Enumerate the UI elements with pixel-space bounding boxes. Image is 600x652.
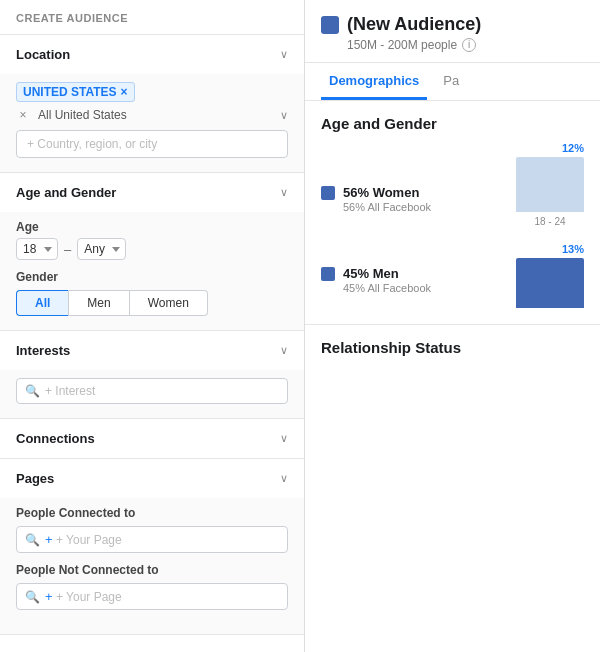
gender-all-button[interactable]: All bbox=[16, 290, 68, 316]
people-not-connected-input[interactable]: 🔍 + + Your Page bbox=[16, 583, 288, 610]
pages-chevron-icon: ∨ bbox=[280, 472, 288, 485]
interests-section-title: Interests bbox=[16, 343, 70, 358]
connected-search-icon: 🔍 bbox=[25, 533, 40, 547]
gender-women-button[interactable]: Women bbox=[130, 290, 208, 316]
gender-label: Gender bbox=[16, 270, 288, 284]
location-section-header[interactable]: Location ∨ bbox=[0, 35, 304, 74]
location-section-title: Location bbox=[16, 47, 70, 62]
audience-title: (New Audience) bbox=[321, 14, 584, 35]
location-tag-text: UNITED STATES bbox=[23, 85, 117, 99]
men-legend-text: 45% Men 45% All Facebook bbox=[343, 266, 431, 294]
interests-section-body: 🔍 + Interest bbox=[0, 370, 304, 418]
interest-placeholder: + Interest bbox=[45, 384, 95, 398]
men-legend-main: 45% Men bbox=[343, 266, 431, 281]
men-legend-item: 45% Men 45% All Facebook bbox=[321, 266, 506, 294]
right-panel: (New Audience) 150M - 200M people i Demo… bbox=[305, 0, 600, 652]
audience-icon bbox=[321, 16, 339, 34]
location-section-body: UNITED STATES × × All United States ∨ bbox=[0, 74, 304, 172]
men-legend-color bbox=[321, 267, 335, 281]
women-bar-col: 12% 18 - 24 bbox=[516, 142, 584, 227]
pages-section-body: People Connected to 🔍 + + Your Page Peop… bbox=[0, 498, 304, 634]
pages-section-title: Pages bbox=[16, 471, 54, 486]
location-tag[interactable]: UNITED STATES × bbox=[16, 82, 135, 102]
age-max-select[interactable]: Any 24 34 44 54 65+ bbox=[77, 238, 126, 260]
age-gender-chart-title: Age and Gender bbox=[305, 101, 600, 142]
tab-page[interactable]: Pa bbox=[443, 63, 459, 100]
audience-header: (New Audience) 150M - 200M people i bbox=[305, 0, 600, 63]
audience-size: 150M - 200M people i bbox=[347, 38, 584, 52]
location-section: Location ∨ UNITED STATES × × All United … bbox=[0, 35, 304, 173]
not-connected-search-icon: 🔍 bbox=[25, 590, 40, 604]
women-legend-sub: 56% All Facebook bbox=[343, 201, 431, 213]
not-connected-plus: + bbox=[45, 589, 53, 604]
interests-section: Interests ∨ 🔍 + Interest bbox=[0, 331, 304, 419]
location-type-chevron-icon[interactable]: ∨ bbox=[280, 109, 288, 122]
age-dash: – bbox=[64, 242, 71, 257]
men-bar-percent-label: 13% bbox=[562, 243, 584, 255]
men-bar bbox=[516, 258, 584, 308]
age-gender-section: Age and Gender ∨ Age 18 21 25 – Any 24 3… bbox=[0, 173, 304, 331]
left-panel: Create Audience Location ∨ UNITED STATES… bbox=[0, 0, 305, 652]
interests-chevron-icon: ∨ bbox=[280, 344, 288, 357]
relationship-status-title: Relationship Status bbox=[305, 325, 600, 360]
men-legend-sub: 45% All Facebook bbox=[343, 282, 431, 294]
age-gender-chevron-icon: ∨ bbox=[280, 186, 288, 199]
men-bar-col: 13% bbox=[516, 243, 584, 308]
interests-section-header[interactable]: Interests ∨ bbox=[0, 331, 304, 370]
not-connected-page-text: + Your Page bbox=[56, 590, 122, 604]
pages-section-header[interactable]: Pages ∨ bbox=[0, 459, 304, 498]
age-min-select[interactable]: 18 21 25 bbox=[16, 238, 58, 260]
location-chevron-icon: ∨ bbox=[280, 48, 288, 61]
women-bar-percent-label: 12% bbox=[562, 142, 584, 154]
location-type-row: × All United States ∨ bbox=[16, 108, 288, 122]
location-type-remove-icon[interactable]: × bbox=[16, 108, 30, 122]
tab-demographics[interactable]: Demographics bbox=[321, 63, 427, 100]
location-remove-icon[interactable]: × bbox=[121, 85, 128, 99]
interest-search-icon: 🔍 bbox=[25, 384, 40, 398]
connections-chevron-icon: ∨ bbox=[280, 432, 288, 445]
men-legend: 45% Men 45% All Facebook bbox=[321, 266, 506, 308]
women-legend: 56% Women 56% All Facebook bbox=[321, 185, 506, 227]
connected-page-placeholder: + + Your Page bbox=[45, 532, 122, 547]
women-bar bbox=[516, 157, 584, 212]
connected-page-text: + Your Page bbox=[56, 533, 122, 547]
audience-info-icon[interactable]: i bbox=[462, 38, 476, 52]
connections-section-title: Connections bbox=[16, 431, 95, 446]
connections-section-header[interactable]: Connections ∨ bbox=[0, 419, 304, 458]
audience-size-text: 150M - 200M people bbox=[347, 38, 457, 52]
location-input[interactable] bbox=[16, 130, 288, 158]
men-chart-row: 45% Men 45% All Facebook 13% bbox=[305, 243, 600, 324]
connections-section: Connections ∨ bbox=[0, 419, 304, 459]
location-type-label: All United States bbox=[38, 108, 127, 122]
gender-men-button[interactable]: Men bbox=[68, 290, 129, 316]
women-legend-color bbox=[321, 186, 335, 200]
women-legend-item: 56% Women 56% All Facebook bbox=[321, 185, 506, 213]
gender-buttons: All Men Women bbox=[16, 290, 288, 316]
audience-title-text: (New Audience) bbox=[347, 14, 481, 35]
people-connected-input[interactable]: 🔍 + + Your Page bbox=[16, 526, 288, 553]
women-legend-text: 56% Women 56% All Facebook bbox=[343, 185, 431, 213]
women-bar-age-label: 18 - 24 bbox=[516, 216, 584, 227]
age-gender-section-title: Age and Gender bbox=[16, 185, 116, 200]
people-not-connected-label: People Not Connected to bbox=[16, 563, 288, 577]
age-row: 18 21 25 – Any 24 34 44 54 65+ bbox=[16, 238, 288, 260]
not-connected-page-placeholder: + + Your Page bbox=[45, 589, 122, 604]
age-gender-section-body: Age 18 21 25 – Any 24 34 44 54 65+ Gende… bbox=[0, 212, 304, 330]
women-legend-main: 56% Women bbox=[343, 185, 431, 200]
women-chart-row: 56% Women 56% All Facebook 12% 18 - 24 bbox=[305, 142, 600, 243]
age-gender-chart-section: Age and Gender 56% Women 56% All Faceboo… bbox=[305, 101, 600, 324]
tabs-row: Demographics Pa bbox=[305, 63, 600, 101]
connected-plus: + bbox=[45, 532, 53, 547]
people-connected-label: People Connected to bbox=[16, 506, 288, 520]
age-label: Age bbox=[16, 220, 288, 234]
pages-section: Pages ∨ People Connected to 🔍 + + Your P… bbox=[0, 459, 304, 635]
panel-header: Create Audience bbox=[0, 0, 304, 35]
interest-input-wrap[interactable]: 🔍 + Interest bbox=[16, 378, 288, 404]
age-gender-section-header[interactable]: Age and Gender ∨ bbox=[0, 173, 304, 212]
